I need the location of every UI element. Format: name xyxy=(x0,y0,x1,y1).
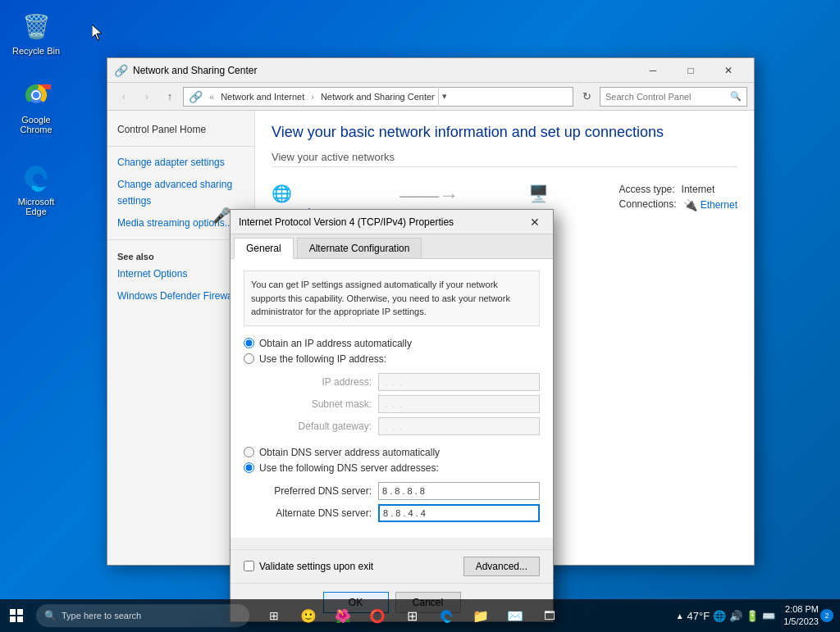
taskbar-apps-button[interactable]: ⊞ xyxy=(397,601,427,630)
manual-dns-radio[interactable] xyxy=(244,462,254,473)
manual-dns-option[interactable]: Use the following DNS server addresses: xyxy=(244,462,540,474)
manual-ip-option[interactable]: Use the following IP address: xyxy=(244,353,540,365)
subnet-mask-input[interactable] xyxy=(378,395,540,413)
temp-display: 47°F xyxy=(687,610,710,622)
window-title-icon: 🔗 xyxy=(114,64,128,77)
address-chevron: « xyxy=(209,92,214,102)
subnet-mask-label: Subnet mask: xyxy=(257,398,372,410)
taskbar-mail-button[interactable]: ✉️ xyxy=(500,601,530,630)
subnet-mask-row: Subnet mask: xyxy=(257,395,540,413)
address-bar[interactable]: 🔗 « Network and Internet › Network and S… xyxy=(183,87,573,107)
dialog-titlebar: Internet Protocol Version 4 (TCP/IPv4) P… xyxy=(231,210,553,234)
advanced-button[interactable]: Advanced... xyxy=(463,557,540,576)
keyboard-icon[interactable]: ⌨️ xyxy=(762,610,775,622)
network-icon: 🌐 xyxy=(272,184,330,203)
task-view-button[interactable]: ⊞ xyxy=(259,601,289,630)
refresh-button[interactable]: ↻ xyxy=(577,87,596,107)
taskbar: 🔍 Type here to search ⊞ 🙂 🌺 ⭕ ⊞ 📁 ✉️ 🗔 ▲… xyxy=(0,599,840,632)
manual-ip-label: Use the following IP address: xyxy=(259,353,386,365)
system-tray-icons: ▲ 47°F 🌐 🔊 🔋 ⌨️ xyxy=(676,610,776,622)
svg-rect-6 xyxy=(17,616,23,622)
auto-ip-radio[interactable] xyxy=(244,338,254,348)
auto-dns-option[interactable]: Obtain DNS server address automatically xyxy=(244,447,540,458)
auto-ip-option[interactable]: Obtain an IP address automatically xyxy=(244,338,540,349)
minimize-button[interactable]: ─ xyxy=(634,58,672,83)
google-chrome-icon[interactable]: Google Chrome xyxy=(7,75,66,138)
auto-dns-label: Obtain DNS server address automatically xyxy=(259,447,440,458)
back-button[interactable]: ‹ xyxy=(114,87,134,107)
start-button[interactable] xyxy=(0,599,33,632)
taskbar-explorer-button[interactable]: 📁 xyxy=(466,601,495,630)
network-tray-icon[interactable]: 🌐 xyxy=(713,610,726,622)
edge-label: Microsoft Edge xyxy=(10,197,62,216)
maximize-button[interactable]: □ xyxy=(672,58,710,83)
access-type-value: Internet xyxy=(682,184,715,195)
window-nav: ‹ › ↑ 🔗 « Network and Internet › Network… xyxy=(107,83,754,111)
internet-icon: 🖥️ xyxy=(528,184,549,203)
preferred-dns-row: Preferred DNS server: xyxy=(257,482,540,500)
auto-dns-radio[interactable] xyxy=(244,447,254,457)
network-right: Access type: Internet Connections: 🔌 Eth… xyxy=(619,184,737,211)
edge-image xyxy=(20,161,52,193)
alternate-dns-input[interactable] xyxy=(378,504,540,522)
preferred-dns-input[interactable] xyxy=(378,482,540,500)
validate-checkbox-row[interactable]: Validate settings upon exit xyxy=(244,561,373,572)
ethernet-link[interactable]: Ethernet xyxy=(701,199,737,211)
address-current: Network and Sharing Center xyxy=(321,92,435,102)
tab-alternate[interactable]: Alternate Configuration xyxy=(297,238,422,258)
clock-time: 2:08 PM xyxy=(783,603,819,616)
ip-address-row: IP address: xyxy=(257,373,540,391)
battery-icon[interactable]: 🔋 xyxy=(746,610,759,622)
dialog-body: You can get IP settings assigned automat… xyxy=(231,259,553,538)
connections-value: 🔌 Ethernet xyxy=(683,198,737,211)
taskbar-search-text: Type here to search xyxy=(62,611,141,621)
taskbar-edge-button[interactable] xyxy=(431,601,461,630)
tcp-dialog: Internet Protocol Version 4 (TCP/IPv4) P… xyxy=(230,209,554,622)
validate-checkbox[interactable] xyxy=(244,561,254,571)
dialog-close-button[interactable]: ✕ xyxy=(525,212,545,232)
default-gateway-input[interactable] xyxy=(378,417,540,435)
taskbar-search[interactable]: 🔍 Type here to search xyxy=(36,604,249,627)
search-input[interactable] xyxy=(605,92,730,102)
dialog-footer: Validate settings upon exit Advanced... xyxy=(231,549,553,583)
svg-rect-4 xyxy=(17,609,23,615)
manual-ip-radio[interactable] xyxy=(244,353,254,364)
taskbar-language-button[interactable]: 🗔 xyxy=(535,601,564,630)
search-bar[interactable]: 🔍 xyxy=(600,87,747,107)
sidebar-item-change-adapter[interactable]: Change adapter settings xyxy=(107,152,254,174)
taskbar-search-icon: 🔍 xyxy=(44,610,57,621)
mouse-cursor xyxy=(92,25,102,43)
network-arrow: ——→ xyxy=(399,184,459,207)
volume-icon[interactable]: 🔊 xyxy=(729,610,742,622)
ip-address-label: IP address: xyxy=(257,376,372,388)
sidebar-item-control-panel-home[interactable]: Control Panel Home xyxy=(107,119,254,141)
breadcrumb-separator: › xyxy=(311,92,314,102)
expand-tray-button[interactable]: ▲ xyxy=(676,612,684,621)
dialog-title: Internet Protocol Version 4 (TCP/IPv4) P… xyxy=(239,216,525,228)
recycle-bin-icon[interactable]: 🗑️ Recycle Bin xyxy=(7,7,66,59)
taskbar-pinned-icons: ⊞ 🙂 🌺 ⭕ ⊞ 📁 ✉️ 🗔 xyxy=(259,601,564,630)
sidebar-divider xyxy=(107,146,254,147)
address-dropdown[interactable]: ▾ xyxy=(438,87,451,107)
svg-rect-5 xyxy=(10,616,16,622)
ip-address-input[interactable] xyxy=(378,373,540,391)
recycle-bin-label: Recycle Bin xyxy=(12,46,60,56)
manual-dns-label: Use the following DNS server addresses: xyxy=(259,462,439,474)
svg-point-2 xyxy=(33,92,39,98)
dns-radio-group: Obtain DNS server address automatically … xyxy=(244,447,540,474)
forward-button[interactable]: › xyxy=(137,87,157,107)
close-button[interactable]: ✕ xyxy=(710,58,747,83)
taskbar-right: ▲ 47°F 🌐 🔊 🔋 ⌨️ 2:08 PM 1/5/2023 2 xyxy=(676,603,840,629)
address-breadcrumb: Network and Internet xyxy=(221,92,304,102)
tab-general[interactable]: General xyxy=(234,238,294,259)
microsoft-edge-icon[interactable]: Microsoft Edge xyxy=(7,157,66,220)
up-button[interactable]: ↑ xyxy=(160,87,180,107)
chrome-image xyxy=(20,79,52,111)
notification-badge[interactable]: 2 xyxy=(820,609,833,622)
taskbar-clock[interactable]: 2:08 PM 1/5/2023 xyxy=(783,603,819,629)
taskbar-emoji-button[interactable]: 🙂 xyxy=(294,601,323,630)
connections-label: Connections: xyxy=(619,198,677,211)
taskbar-cortana-button[interactable]: ⭕ xyxy=(363,601,392,630)
alternate-dns-label: Alternate DNS server: xyxy=(257,507,372,519)
taskbar-app1-button[interactable]: 🌺 xyxy=(328,601,358,630)
